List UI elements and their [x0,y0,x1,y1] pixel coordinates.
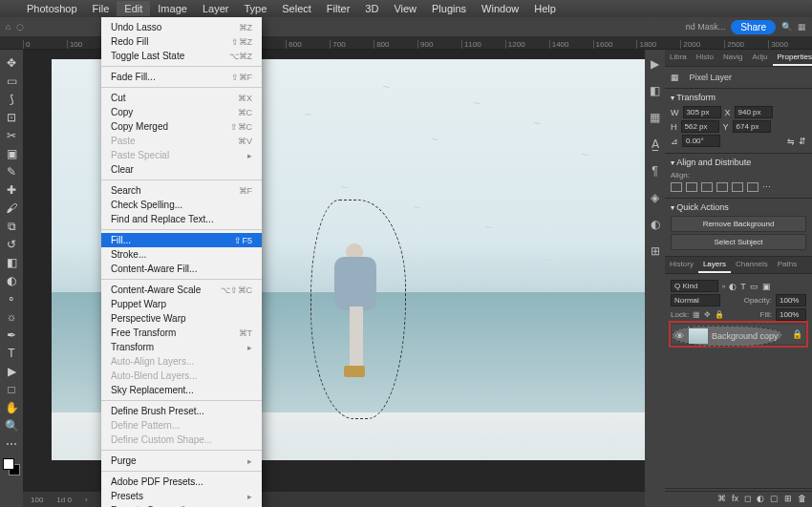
lock-pixels-icon[interactable]: ▦ [693,310,700,319]
play-icon[interactable]: ▶ [649,57,662,71]
layer-row[interactable]: 👁Background copy [672,326,782,347]
opacity-field[interactable]: 100% [776,294,806,306]
menu-item-cut[interactable]: Cut⌘X [101,91,262,105]
paragraph-panel-icon[interactable]: ¶ [649,164,662,178]
tab-history[interactable]: History [665,257,698,273]
menu-item-stroke[interactable]: Stroke... [101,247,262,262]
lock-position-icon[interactable]: ✥ [704,310,711,319]
pen-tool[interactable]: ✒ [1,326,22,344]
layer-name[interactable]: Background copy [712,331,779,341]
menu-type[interactable]: Type [236,1,274,16]
menu-item-perspective-warp[interactable]: Perspective Warp [101,311,262,326]
menu-item-remote-connections[interactable]: Remote Connections... [101,503,262,507]
visibility-icon[interactable]: 👁 [675,331,685,341]
tab-channels[interactable]: Channels [731,257,773,273]
angle-field[interactable]: 0.00° [682,135,720,147]
filter-type-icon[interactable]: T [740,282,746,291]
menu-item-puppet-warp[interactable]: Puppet Warp [101,297,262,311]
menu-item-toggle-last-state[interactable]: Toggle Last State⌥⌘Z [101,49,262,63]
align-center-v-icon[interactable] [732,182,743,192]
layer-thumbnail[interactable] [689,328,708,344]
blur-tool[interactable]: ∘ [1,289,22,307]
menu-item-undo-lasso[interactable]: Undo Lasso⌘Z [101,20,262,34]
menu-filter[interactable]: Filter [319,1,357,16]
align-left-icon[interactable] [671,182,682,192]
swatches-panel-icon[interactable]: ▦ [649,111,662,124]
character-panel-icon[interactable]: A̲ [649,137,662,151]
lasso-tool[interactable]: ⟆ [1,90,22,108]
color-panel-icon[interactable]: ◧ [649,84,662,97]
menu-item-content-aware-fill[interactable]: Content-Aware Fill... [101,262,262,276]
workspace-icon[interactable]: ▦ [798,22,806,32]
gradient-tool[interactable]: ◐ [1,271,22,289]
menu-item-copy-merged[interactable]: Copy Merged⇧⌘C [101,119,262,134]
width-field[interactable]: 305 px [683,106,721,118]
tab-layers[interactable]: Layers [698,257,731,273]
blend-mode[interactable]: Normal [671,294,720,306]
menu-item-search[interactable]: Search⌘F [101,183,262,198]
align-bottom-icon[interactable] [747,182,759,192]
status-chevron-icon[interactable]: › [85,496,88,504]
brushes-panel-icon[interactable]: ◈ [649,191,662,204]
menu-item-content-aware-scale[interactable]: Content-Aware Scale⌥⇧⌘C [101,283,262,297]
menu-select[interactable]: Select [274,1,319,16]
select-and-mask-button[interactable]: nd Mask... [686,22,726,32]
menu-photoshop[interactable]: Photoshop [19,1,85,16]
menu-edit[interactable]: Edit [117,1,150,16]
flip-vertical-icon[interactable]: ⇵ [799,137,806,146]
home-icon[interactable]: ⌂ [6,22,11,32]
menu-item-fill[interactable]: Fill...⇧F5 [101,233,262,247]
tab-paths[interactable]: Paths [773,257,801,273]
menu-item-free-transform[interactable]: Free Transform⌘T [101,326,262,340]
eraser-tool[interactable]: ◧ [1,253,22,271]
menu-view[interactable]: View [386,1,424,16]
menu-item-redo-fill[interactable]: Redo Fill⇧⌘Z [101,34,262,49]
layer-style-icon[interactable]: fx [732,494,738,503]
zoom-value[interactable]: 100 [31,496,43,504]
align-center-h-icon[interactable] [686,182,697,192]
shape-tool[interactable]: □ [1,380,22,398]
lock-all-icon[interactable]: 🔒 [715,310,724,319]
menu-item-fade-fill[interactable]: Fade Fill...⇧⌘F [101,70,262,84]
menu-3d[interactable]: 3D [357,1,386,16]
zoom-tool[interactable]: 🔍 [1,416,22,434]
crop-tool[interactable]: ✂ [1,126,22,144]
menu-image[interactable]: Image [150,1,195,16]
select-subject-button[interactable]: Select Subject [671,234,806,250]
menu-item-check-spelling[interactable]: Check Spelling... [101,198,262,212]
tab-properties[interactable]: Properties [773,50,813,66]
search-icon[interactable]: 🔍 [781,22,792,32]
path-tool[interactable]: ▶ [1,362,22,380]
align-top-icon[interactable] [716,182,728,192]
align-more-icon[interactable]: ⋯ [762,182,771,192]
healing-tool[interactable]: ✚ [1,180,22,199]
filter-pixel-icon[interactable]: ▫ [722,282,725,291]
menu-layer[interactable]: Layer [195,1,237,16]
tab-histo[interactable]: Histo [692,50,718,66]
menu-window[interactable]: Window [474,1,526,16]
stamp-tool[interactable]: ⧉ [1,217,22,235]
height-field[interactable]: 562 px [681,120,719,133]
move-tool[interactable]: ✥ [1,53,22,72]
adjustment-layer-icon[interactable]: ◐ [757,494,764,503]
transform-title[interactable]: Transform [671,93,806,102]
filter-smart-icon[interactable]: ▣ [762,282,771,291]
dodge-tool[interactable]: ☼ [1,307,22,326]
layer-filter[interactable]: Q Kind [671,280,718,292]
filter-shape-icon[interactable]: ▭ [750,282,759,291]
styles-panel-icon[interactable]: ⊞ [649,244,662,258]
menu-help[interactable]: Help [526,1,564,16]
frame-tool[interactable]: ▣ [1,144,22,162]
adjustments-panel-icon[interactable]: ◐ [649,218,662,231]
edit-toolbar[interactable]: ⋯ [1,434,22,453]
flip-horizontal-icon[interactable]: ⇋ [787,137,795,146]
menu-item-copy[interactable]: Copy⌘C [101,105,262,119]
align-right-icon[interactable] [701,182,713,192]
menu-item-transform[interactable]: Transform▸ [101,340,262,354]
doc-info[interactable]: 1d 0 [56,496,72,504]
menu-item-clear[interactable]: Clear [101,162,262,177]
layer-mask-icon[interactable]: ◻ [744,494,751,503]
share-button[interactable]: Share [731,20,776,34]
type-tool[interactable]: T [1,344,22,362]
color-swatches[interactable] [3,458,20,475]
